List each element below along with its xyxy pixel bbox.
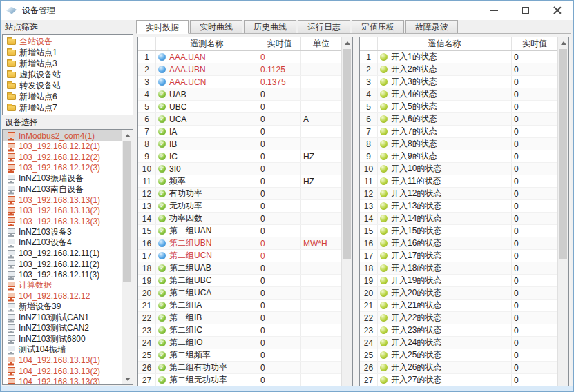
- signal-row[interactable]: 13开入13的状态0: [360, 200, 557, 213]
- close-button[interactable]: [542, 1, 573, 20]
- device-item[interactable]: InNZ103设备4: [3, 237, 122, 248]
- telemetry-row[interactable]: 5UBC0: [138, 101, 341, 113]
- telemetry-unit-header[interactable]: 单位: [301, 37, 341, 50]
- device-item[interactable]: 104_192.168.13.13(2): [3, 366, 122, 377]
- telemetry-row[interactable]: 4UAB0: [138, 88, 341, 101]
- telemetry-row[interactable]: 19第二组UBC0: [138, 275, 341, 287]
- device-item[interactable]: InNZ103测试6800: [3, 334, 122, 345]
- telemetry-name-header[interactable]: 遥测名称: [156, 37, 258, 50]
- signal-row[interactable]: 16开入16的状态0: [360, 237, 557, 250]
- signal-row[interactable]: 4开入4的状态0: [360, 88, 557, 101]
- signal-row[interactable]: 27开入27的状态0: [360, 374, 557, 386]
- tab-run-log[interactable]: 运行日志: [298, 20, 350, 33]
- device-item[interactable]: 测试104振瑞: [3, 344, 122, 355]
- telemetry-row[interactable]: 21第二组IA0: [138, 300, 341, 312]
- maximize-button[interactable]: [510, 1, 542, 20]
- device-item[interactable]: InNZ103测试CAN1: [3, 313, 122, 324]
- device-item[interactable]: 103_192.168.12.11(3): [3, 270, 122, 281]
- device-item[interactable]: InNZ103南自设备: [3, 184, 122, 195]
- scroll-up-arrow-icon[interactable]: [342, 37, 352, 48]
- telemetry-row[interactable]: 12有功功率0: [138, 188, 341, 200]
- device-item[interactable]: 103_192.168.12.12(3): [3, 163, 122, 174]
- device-item[interactable]: InModbus2_com4(1): [3, 130, 122, 141]
- device-item[interactable]: InNZ103设备3: [3, 227, 122, 238]
- device-item[interactable]: 103_192.168.13.13(3): [3, 216, 122, 227]
- telemetry-row[interactable]: 15第二组UAN0: [138, 225, 341, 237]
- signal-row[interactable]: 1开入1的状态0: [360, 51, 557, 63]
- device-list-scrollbar[interactable]: [122, 130, 133, 384]
- signal-row[interactable]: 25开入25的状态0: [360, 349, 557, 362]
- signal-row[interactable]: 9开入9的状态0: [360, 150, 557, 163]
- site-item[interactable]: 转发设备站: [3, 80, 133, 91]
- telemetry-row[interactable]: 14功率因数0: [138, 213, 341, 225]
- tab-fault-record[interactable]: 故障录波: [405, 20, 458, 33]
- device-item[interactable]: InNZ103振瑞设备: [3, 173, 122, 184]
- scrollbar-thumb[interactable]: [123, 141, 131, 282]
- telemetry-row[interactable]: 3AAA.UCN0.1375: [138, 76, 341, 88]
- device-item[interactable]: 计算数据: [3, 280, 122, 291]
- device-item[interactable]: 103_192.168.13.13(2): [3, 206, 122, 217]
- telemetry-row[interactable]: 13无功功率0: [138, 200, 341, 213]
- device-item[interactable]: 103_192.168.12.12(1): [3, 141, 122, 153]
- telemetry-row[interactable]: 6UCA0A: [138, 113, 341, 126]
- site-item[interactable]: 新增站点6: [3, 91, 133, 102]
- site-item[interactable]: 全站设备: [3, 36, 133, 47]
- minimize-button[interactable]: [478, 1, 510, 20]
- device-item[interactable]: 104_192.168.12.12: [3, 291, 122, 302]
- site-item[interactable]: 虚拟设备站: [3, 69, 133, 80]
- telemetry-row[interactable]: 8IB0: [138, 138, 341, 150]
- signal-row[interactable]: 6开入6的状态0: [360, 113, 557, 126]
- site-item[interactable]: 新增站点1: [3, 47, 133, 58]
- tab-realtime-data[interactable]: 实时数据: [136, 20, 189, 34]
- signal-row[interactable]: 21开入21的状态0: [360, 300, 557, 312]
- telemetry-row[interactable]: 24第二组IO0: [138, 337, 341, 349]
- signal-row[interactable]: 23开入23的状态0: [360, 324, 557, 337]
- signal-row[interactable]: 24开入24的状态0: [360, 337, 557, 349]
- device-item[interactable]: 103_192.168.12.12(2): [3, 152, 122, 163]
- telemetry-row[interactable]: 20第二组UCA0: [138, 287, 341, 300]
- telemetry-row[interactable]: 7IA0: [138, 126, 341, 138]
- signal-row[interactable]: 12开入12的状态0: [360, 188, 557, 200]
- device-item[interactable]: 104_192.168.13.13(3): [3, 377, 122, 384]
- telemetry-row[interactable]: 103I00: [138, 163, 341, 175]
- scrollbar-thumb[interactable]: [559, 49, 567, 259]
- telemetry-row[interactable]: 16第二组UBN0MW*H: [138, 237, 341, 250]
- signal-name-header[interactable]: 遥信名称: [378, 37, 512, 50]
- telemetry-row[interactable]: 9IC0HZ: [138, 150, 341, 163]
- signal-row[interactable]: 22开入22的状态0: [360, 312, 557, 324]
- signal-row[interactable]: 15开入15的状态0: [360, 225, 557, 237]
- telemetry-row[interactable]: 11频率0HZ: [138, 175, 341, 188]
- telemetry-row[interactable]: 25第二组频率0: [138, 349, 341, 362]
- signal-row[interactable]: 26开入26的状态0: [360, 362, 557, 374]
- telemetry-row[interactable]: 1AAA.UAN0: [138, 51, 341, 63]
- device-item[interactable]: InNZ103测试CAN2: [3, 323, 122, 334]
- telemetry-value-header[interactable]: 实时值: [258, 37, 301, 50]
- signal-value-header[interactable]: 实时值: [512, 37, 557, 50]
- scroll-up-arrow-icon[interactable]: [558, 37, 568, 48]
- signal-row[interactable]: 8开入8的状态0: [360, 138, 557, 150]
- telemetry-row[interactable]: 26第二组有功功率0: [138, 362, 341, 374]
- scrollbar-thumb[interactable]: [343, 49, 351, 259]
- signal-row[interactable]: 20开入20的状态0: [360, 287, 557, 300]
- telemetry-row[interactable]: 22第二组IB0: [138, 312, 341, 324]
- site-item[interactable]: 新增站点3: [3, 58, 133, 69]
- tab-history-curve[interactable]: 历史曲线: [244, 20, 296, 33]
- signal-row[interactable]: 10开入10的状态0: [360, 163, 557, 175]
- signal-row[interactable]: 5开入5的状态0: [360, 101, 557, 113]
- telemetry-row[interactable]: 18第二组UAB0: [138, 262, 341, 275]
- signal-row[interactable]: 19开入19的状态0: [360, 275, 557, 287]
- signal-row[interactable]: 11开入11的状态0: [360, 175, 557, 188]
- device-item[interactable]: 103_192.168.12.11(1): [3, 248, 122, 259]
- signal-row[interactable]: 7开入7的状态0: [360, 126, 557, 138]
- signal-row[interactable]: 14开入14的状态0: [360, 213, 557, 225]
- device-item[interactable]: 104_192.168.13.13(1): [3, 355, 122, 366]
- signal-row[interactable]: 18开入18的状态0: [360, 262, 557, 275]
- signal-row[interactable]: 3开入3的状态0: [360, 76, 557, 88]
- telemetry-row[interactable]: 23第二组IC0: [138, 324, 341, 337]
- tab-realtime-curve[interactable]: 实时曲线: [190, 20, 242, 33]
- signal-row[interactable]: 2开入2的状态0: [360, 63, 557, 76]
- scroll-up-arrow-icon[interactable]: [122, 130, 133, 141]
- signal-scrollbar[interactable]: [557, 37, 568, 392]
- signal-row[interactable]: 17开入17的状态0: [360, 250, 557, 262]
- scroll-down-arrow-icon[interactable]: [122, 373, 133, 384]
